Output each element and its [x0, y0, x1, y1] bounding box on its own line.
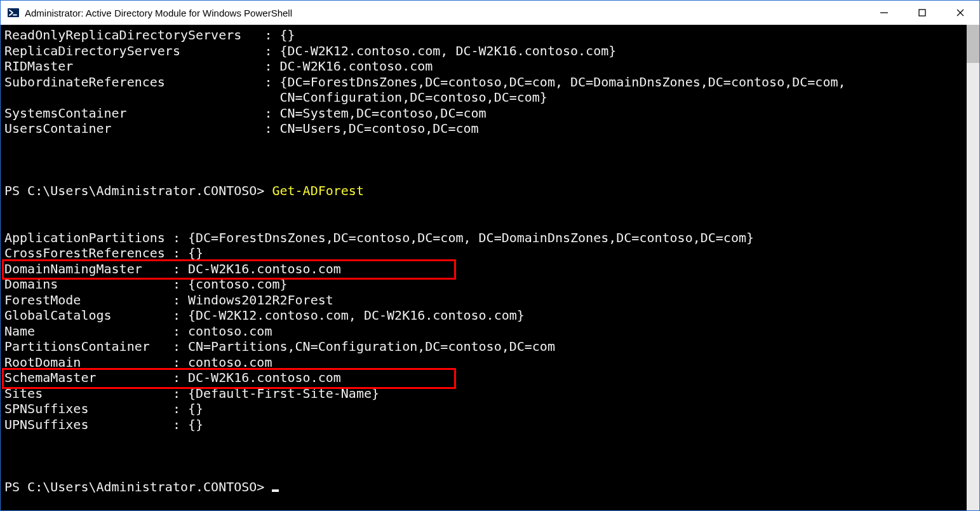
output-line	[4, 168, 965, 184]
output-line: ApplicationPartitions : {DC=ForestDnsZon…	[4, 230, 965, 246]
output-line: UsersContainer : CN=Users,DC=contoso,DC=…	[4, 121, 965, 137]
svg-rect-3	[919, 10, 925, 16]
vertical-scrollbar[interactable]	[967, 25, 979, 510]
output-line: CN=Configuration,DC=contoso,DC=com}	[4, 90, 965, 106]
powershell-window: Administrator: Active Directory Module f…	[0, 0, 980, 511]
output-line: PartitionsContainer : CN=Partitions,CN=C…	[4, 339, 965, 355]
window-title: Administrator: Active Directory Module f…	[25, 8, 865, 18]
titlebar[interactable]: Administrator: Active Directory Module f…	[1, 1, 979, 25]
minimize-button[interactable]	[865, 1, 903, 25]
prompt-line: PS C:\Users\Administrator.CONTOSO> Get-A…	[4, 183, 965, 199]
output-line	[4, 432, 965, 448]
output-line: SPNSuffixes : {}	[4, 401, 965, 417]
output-line	[4, 463, 965, 479]
output-line: RIDMaster : DC-W2K16.contoso.com	[4, 58, 965, 74]
client-area: ReadOnlyReplicaDirectoryServers : {}Repl…	[1, 25, 979, 510]
output-line	[4, 199, 965, 215]
output-line: ReplicaDirectoryServers : {DC-W2K12.cont…	[4, 43, 965, 59]
output-line: CrossForestReferences : {}	[4, 245, 965, 261]
output-line: SystemsContainer : CN=System,DC=contoso,…	[4, 106, 965, 121]
output-line: UPNSuffixes : {}	[4, 417, 965, 433]
output-line: ReadOnlyReplicaDirectoryServers : {}	[4, 27, 965, 43]
output-line: SubordinateReferences : {DC=ForestDnsZon…	[4, 74, 965, 90]
output-line	[4, 214, 965, 230]
output-line: Domains : {contoso.com}	[4, 276, 965, 292]
output-line: SchemaMaster : DC-W2K16.contoso.com	[4, 370, 965, 386]
output-line	[4, 137, 965, 153]
scrollbar-thumb[interactable]	[967, 25, 979, 63]
output-line	[4, 152, 965, 168]
output-line: Name : contoso.com	[4, 324, 965, 339]
output-line: GlobalCatalogs : {DC-W2K12.contoso.com, …	[4, 308, 965, 324]
output-line: ForestMode : Windows2012R2Forest	[4, 292, 965, 308]
cursor	[272, 489, 279, 492]
svg-rect-0	[8, 8, 19, 17]
output-line: RootDomain : contoso.com	[4, 355, 965, 371]
output-line	[4, 448, 965, 464]
command-text: Get-ADForest	[272, 183, 364, 198]
close-button[interactable]	[941, 1, 979, 25]
output-line: Sites : {Default-First-Site-Name}	[4, 386, 965, 402]
terminal-output[interactable]: ReadOnlyReplicaDirectoryServers : {}Repl…	[1, 25, 967, 510]
maximize-button[interactable]	[903, 1, 941, 25]
window-controls	[865, 1, 979, 25]
powershell-icon	[7, 6, 20, 19]
prompt-line: PS C:\Users\Administrator.CONTOSO>	[4, 479, 965, 495]
output-line: DomainNamingMaster : DC-W2K16.contoso.co…	[4, 261, 965, 277]
